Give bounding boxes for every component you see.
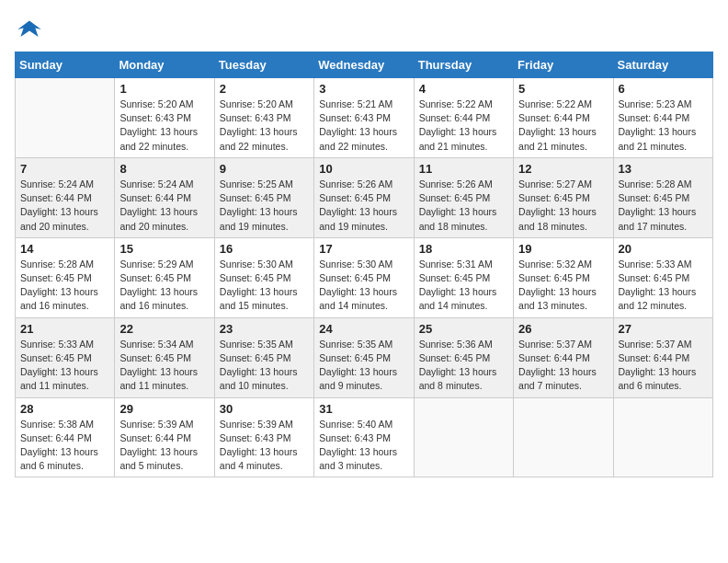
calendar-cell	[514, 397, 613, 477]
calendar-cell	[414, 397, 513, 477]
calendar-cell: 27Sunrise: 5:37 AM Sunset: 6:44 PM Dayli…	[613, 317, 712, 397]
day-info: Sunrise: 5:24 AM Sunset: 6:44 PM Dayligh…	[119, 178, 209, 234]
day-number: 18	[419, 242, 508, 256]
calendar-cell: 3Sunrise: 5:21 AM Sunset: 6:43 PM Daylig…	[314, 78, 414, 158]
calendar-cell: 14Sunrise: 5:28 AM Sunset: 6:45 PM Dayli…	[16, 237, 115, 317]
calendar-cell: 4Sunrise: 5:22 AM Sunset: 6:44 PM Daylig…	[414, 78, 513, 158]
day-number: 10	[319, 162, 408, 176]
calendar-cell: 23Sunrise: 5:35 AM Sunset: 6:45 PM Dayli…	[214, 317, 313, 397]
weekday-header-monday: Monday	[115, 52, 214, 78]
day-info: Sunrise: 5:27 AM Sunset: 6:45 PM Dayligh…	[518, 178, 608, 234]
day-info: Sunrise: 5:33 AM Sunset: 6:45 PM Dayligh…	[619, 258, 708, 314]
calendar-cell: 2Sunrise: 5:20 AM Sunset: 6:43 PM Daylig…	[214, 78, 313, 158]
day-number: 29	[119, 402, 209, 416]
day-number: 19	[518, 242, 608, 256]
calendar-cell: 30Sunrise: 5:39 AM Sunset: 6:43 PM Dayli…	[214, 397, 313, 477]
calendar-header-row: SundayMondayTuesdayWednesdayThursdayFrid…	[16, 52, 713, 78]
calendar-cell: 15Sunrise: 5:29 AM Sunset: 6:45 PM Dayli…	[115, 237, 214, 317]
day-number: 5	[518, 82, 608, 96]
day-number: 13	[619, 162, 708, 176]
weekday-header-sunday: Sunday	[16, 52, 115, 78]
calendar-cell: 29Sunrise: 5:39 AM Sunset: 6:44 PM Dayli…	[115, 397, 214, 477]
calendar-cell: 9Sunrise: 5:25 AM Sunset: 6:45 PM Daylig…	[214, 157, 313, 237]
day-info: Sunrise: 5:37 AM Sunset: 6:44 PM Dayligh…	[619, 338, 708, 394]
calendar-week-row: 21Sunrise: 5:33 AM Sunset: 6:45 PM Dayli…	[16, 317, 713, 397]
calendar-cell: 5Sunrise: 5:22 AM Sunset: 6:44 PM Daylig…	[514, 78, 613, 158]
day-number: 9	[220, 162, 309, 176]
day-info: Sunrise: 5:31 AM Sunset: 6:45 PM Dayligh…	[419, 258, 508, 314]
calendar-cell	[16, 78, 115, 158]
day-number: 17	[319, 242, 408, 256]
day-info: Sunrise: 5:26 AM Sunset: 6:45 PM Dayligh…	[419, 178, 508, 234]
day-number: 8	[119, 162, 209, 176]
calendar-cell: 16Sunrise: 5:30 AM Sunset: 6:45 PM Dayli…	[214, 237, 313, 317]
calendar-cell: 20Sunrise: 5:33 AM Sunset: 6:45 PM Dayli…	[613, 237, 712, 317]
logo-icon	[15, 15, 44, 44]
day-info: Sunrise: 5:38 AM Sunset: 6:44 PM Dayligh…	[20, 418, 109, 474]
day-info: Sunrise: 5:36 AM Sunset: 6:45 PM Dayligh…	[419, 338, 508, 394]
calendar-cell: 1Sunrise: 5:20 AM Sunset: 6:43 PM Daylig…	[115, 78, 214, 158]
day-number: 26	[518, 322, 608, 336]
day-number: 15	[119, 242, 209, 256]
day-number: 22	[119, 322, 209, 336]
day-info: Sunrise: 5:23 AM Sunset: 6:44 PM Dayligh…	[619, 98, 708, 154]
day-info: Sunrise: 5:40 AM Sunset: 6:43 PM Dayligh…	[319, 418, 408, 474]
calendar-week-row: 7Sunrise: 5:24 AM Sunset: 6:44 PM Daylig…	[16, 157, 713, 237]
day-number: 12	[518, 162, 608, 176]
calendar-cell: 22Sunrise: 5:34 AM Sunset: 6:45 PM Dayli…	[115, 317, 214, 397]
calendar-cell: 31Sunrise: 5:40 AM Sunset: 6:43 PM Dayli…	[314, 397, 414, 477]
day-info: Sunrise: 5:35 AM Sunset: 6:45 PM Dayligh…	[319, 338, 408, 394]
day-number: 23	[220, 322, 309, 336]
day-info: Sunrise: 5:39 AM Sunset: 6:43 PM Dayligh…	[220, 418, 309, 474]
calendar-cell: 8Sunrise: 5:24 AM Sunset: 6:44 PM Daylig…	[115, 157, 214, 237]
day-info: Sunrise: 5:21 AM Sunset: 6:43 PM Dayligh…	[319, 98, 408, 154]
calendar-cell: 7Sunrise: 5:24 AM Sunset: 6:44 PM Daylig…	[16, 157, 115, 237]
day-info: Sunrise: 5:39 AM Sunset: 6:44 PM Dayligh…	[119, 418, 209, 474]
weekday-header-thursday: Thursday	[414, 52, 513, 78]
day-number: 6	[619, 82, 708, 96]
calendar-cell: 25Sunrise: 5:36 AM Sunset: 6:45 PM Dayli…	[414, 317, 513, 397]
day-number: 25	[419, 322, 508, 336]
calendar-week-row: 28Sunrise: 5:38 AM Sunset: 6:44 PM Dayli…	[16, 397, 713, 477]
calendar-cell: 24Sunrise: 5:35 AM Sunset: 6:45 PM Dayli…	[314, 317, 414, 397]
day-info: Sunrise: 5:33 AM Sunset: 6:45 PM Dayligh…	[20, 338, 109, 394]
day-info: Sunrise: 5:22 AM Sunset: 6:44 PM Dayligh…	[518, 98, 608, 154]
calendar-cell	[613, 397, 712, 477]
calendar-cell: 12Sunrise: 5:27 AM Sunset: 6:45 PM Dayli…	[514, 157, 613, 237]
calendar-cell: 10Sunrise: 5:26 AM Sunset: 6:45 PM Dayli…	[314, 157, 414, 237]
calendar-week-row: 14Sunrise: 5:28 AM Sunset: 6:45 PM Dayli…	[16, 237, 713, 317]
day-number: 14	[20, 242, 109, 256]
day-number: 1	[119, 82, 209, 96]
day-info: Sunrise: 5:24 AM Sunset: 6:44 PM Dayligh…	[20, 178, 109, 234]
calendar-cell: 11Sunrise: 5:26 AM Sunset: 6:45 PM Dayli…	[414, 157, 513, 237]
weekday-header-friday: Friday	[514, 52, 613, 78]
day-info: Sunrise: 5:28 AM Sunset: 6:45 PM Dayligh…	[619, 178, 708, 234]
day-info: Sunrise: 5:30 AM Sunset: 6:45 PM Dayligh…	[319, 258, 408, 314]
calendar-cell: 19Sunrise: 5:32 AM Sunset: 6:45 PM Dayli…	[514, 237, 613, 317]
day-info: Sunrise: 5:34 AM Sunset: 6:45 PM Dayligh…	[119, 338, 209, 394]
weekday-header-wednesday: Wednesday	[314, 52, 414, 78]
svg-marker-0	[17, 20, 41, 37]
day-number: 21	[20, 322, 109, 336]
day-info: Sunrise: 5:37 AM Sunset: 6:44 PM Dayligh…	[518, 338, 608, 394]
day-info: Sunrise: 5:30 AM Sunset: 6:45 PM Dayligh…	[220, 258, 309, 314]
day-number: 2	[220, 82, 309, 96]
day-number: 28	[20, 402, 109, 416]
calendar-cell: 13Sunrise: 5:28 AM Sunset: 6:45 PM Dayli…	[613, 157, 712, 237]
calendar-week-row: 1Sunrise: 5:20 AM Sunset: 6:43 PM Daylig…	[16, 78, 713, 158]
day-info: Sunrise: 5:28 AM Sunset: 6:45 PM Dayligh…	[20, 258, 109, 314]
weekday-header-tuesday: Tuesday	[214, 52, 313, 78]
calendar-cell: 17Sunrise: 5:30 AM Sunset: 6:45 PM Dayli…	[314, 237, 414, 317]
day-info: Sunrise: 5:22 AM Sunset: 6:44 PM Dayligh…	[419, 98, 508, 154]
day-number: 30	[220, 402, 309, 416]
day-info: Sunrise: 5:25 AM Sunset: 6:45 PM Dayligh…	[220, 178, 309, 234]
day-number: 11	[419, 162, 508, 176]
day-info: Sunrise: 5:32 AM Sunset: 6:45 PM Dayligh…	[518, 258, 608, 314]
calendar-cell: 26Sunrise: 5:37 AM Sunset: 6:44 PM Dayli…	[514, 317, 613, 397]
day-number: 3	[319, 82, 408, 96]
day-info: Sunrise: 5:29 AM Sunset: 6:45 PM Dayligh…	[119, 258, 209, 314]
calendar-cell: 6Sunrise: 5:23 AM Sunset: 6:44 PM Daylig…	[613, 78, 712, 158]
calendar-cell: 28Sunrise: 5:38 AM Sunset: 6:44 PM Dayli…	[16, 397, 115, 477]
day-number: 7	[20, 162, 109, 176]
day-info: Sunrise: 5:35 AM Sunset: 6:45 PM Dayligh…	[220, 338, 309, 394]
